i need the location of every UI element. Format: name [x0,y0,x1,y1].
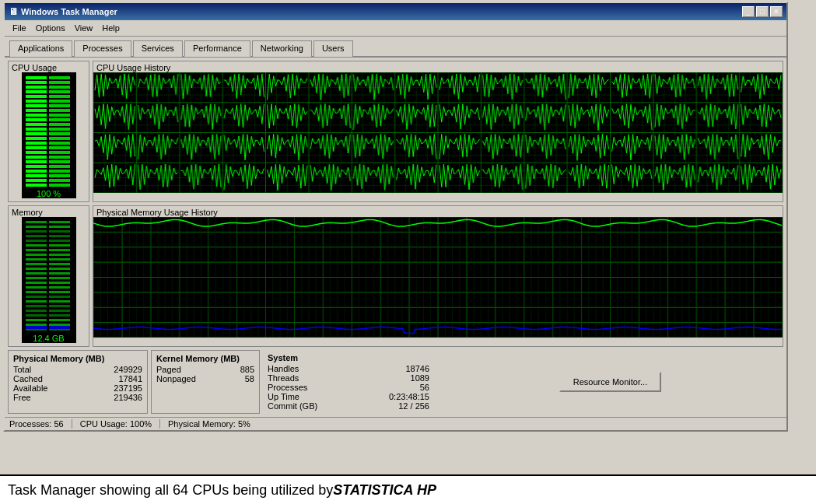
tab-services[interactable]: Services [133,40,183,57]
sys-row-threads: Threads 1089 [268,373,429,383]
maximize-button[interactable]: □ [756,6,769,17]
pm-value-available: 237195 [114,383,142,393]
km-value-paged: 885 [240,365,254,374]
pm-value-free: 219436 [114,393,142,402]
memory-label: Memory [12,208,43,217]
sys-row-uptime: Up Time 0:23:48:15 [268,392,429,401]
main-content: CPU Usage 100 % CPU Usage History Memory… [5,58,786,417]
memory-history-label: Physical Memory Usage History [96,208,218,217]
cpu-history-canvas [93,72,783,193]
pm-label-cached: Cached [13,374,43,383]
physical-memory-info: Physical Memory (MB) Total 249929 Cached… [8,350,148,414]
sys-row-processes: Processes 56 [268,383,429,392]
tab-processes[interactable]: Processes [74,40,131,57]
pm-label-available: Available [13,383,47,393]
cpu-history-panel: CPU Usage History [93,61,783,202]
km-row-paged: Paged 885 [156,365,254,374]
status-bar: Processes: 56 CPU Usage: 100% Physical M… [5,417,786,430]
minimize-button[interactable]: _ [742,6,755,17]
sys-value-handles: 18746 [405,364,429,373]
sys-value-uptime: 0:23:48:15 [389,392,429,401]
tab-applications[interactable]: Applications [9,40,72,57]
caption-bar: Task Manager showing all 64 CPUs being u… [0,474,816,504]
cpu-history-label: CPU Usage History [96,63,170,72]
pm-row-total: Total 249929 [13,365,142,374]
caption-text-bold: STATISTICA HP [333,482,436,499]
caption-text-normal: Task Manager showing all 64 CPUs being u… [8,482,333,499]
sys-value-commit: 12 / 256 [398,401,429,411]
tabs-bar: Applications Processes Services Performa… [5,37,786,58]
sys-label-threads: Threads [268,373,299,383]
menu-bar: File Options View Help [5,20,786,37]
memory-meter [22,217,76,334]
cpu-usage-meter [22,72,76,189]
memory-history-canvas [93,217,783,338]
status-processes: Processes: 56 [9,419,72,429]
memory-row: Memory 12.4 GB Physical Memory Usage His… [8,205,783,347]
tab-users[interactable]: Users [313,40,353,57]
system-info: System Handles 18746 Threads 1089 Proces… [263,350,434,414]
task-manager-window: 🖥 Windows Task Manager _ □ ✕ File Option… [3,2,788,432]
resource-monitor-button[interactable]: Resource Monitor... [559,372,661,392]
menu-options[interactable]: Options [31,22,70,34]
physical-memory-title: Physical Memory (MB) [13,354,142,363]
cpu-row: CPU Usage 100 % CPU Usage History [8,61,783,202]
kernel-memory-title: Kernel Memory (MB) [156,354,254,363]
sys-row-commit: Commit (GB) 12 / 256 [268,401,429,411]
sys-value-threads: 1089 [411,373,429,383]
cpu-usage-label: CPU Usage [12,63,57,72]
cpu-usage-value: 100 % [22,189,76,198]
pm-row-free: Free 219436 [13,393,142,402]
pm-row-available: Available 237195 [13,383,142,393]
title-bar-left: 🖥 Windows Task Manager [9,6,117,17]
title-bar-buttons: _ □ ✕ [742,6,783,17]
km-value-nonpaged: 58 [245,374,254,383]
pm-row-cached: Cached 17841 [13,374,142,383]
sys-label-processes: Processes [268,383,307,392]
km-row-nonpaged: Nonpaged 58 [156,374,254,383]
window-title: Windows Task Manager [21,7,117,16]
km-label-nonpaged: Nonpaged [156,374,196,383]
status-memory: Physical Memory: 5% [168,419,258,429]
sys-row-handles: Handles 18746 [268,364,429,373]
title-bar: 🖥 Windows Task Manager _ □ ✕ [5,3,786,20]
cpu-usage-panel: CPU Usage 100 % [8,61,89,202]
window-icon: 🖥 [9,6,18,17]
km-label-paged: Paged [156,365,181,374]
app-wrapper: 🖥 Windows Task Manager _ □ ✕ File Option… [0,0,816,504]
pm-label-free: Free [13,393,31,402]
pm-label-total: Total [13,365,31,374]
menu-file[interactable]: File [8,22,31,34]
menu-view[interactable]: View [70,22,98,34]
tab-performance[interactable]: Performance [184,40,250,57]
kernel-memory-info: Kernel Memory (MB) Paged 885 Nonpaged 58 [151,350,260,414]
system-title: System [268,353,429,362]
info-row: Physical Memory (MB) Total 249929 Cached… [8,350,783,414]
close-button[interactable]: ✕ [770,6,783,17]
sys-label-uptime: Up Time [268,392,299,401]
sys-label-handles: Handles [268,364,299,373]
memory-panel: Memory 12.4 GB [8,205,89,347]
sys-label-commit: Commit (GB) [268,401,317,411]
sys-value-processes: 56 [420,383,429,392]
resource-monitor-area: Resource Monitor... [437,350,783,414]
pm-value-cached: 17841 [118,374,142,383]
status-cpu: CPU Usage: 100% [80,419,160,429]
menu-help[interactable]: Help [97,22,124,34]
pm-value-total: 249929 [114,365,142,374]
memory-value: 12.4 GB [22,334,76,343]
memory-history-panel: Physical Memory Usage History [93,205,783,347]
tab-networking[interactable]: Networking [252,40,312,57]
